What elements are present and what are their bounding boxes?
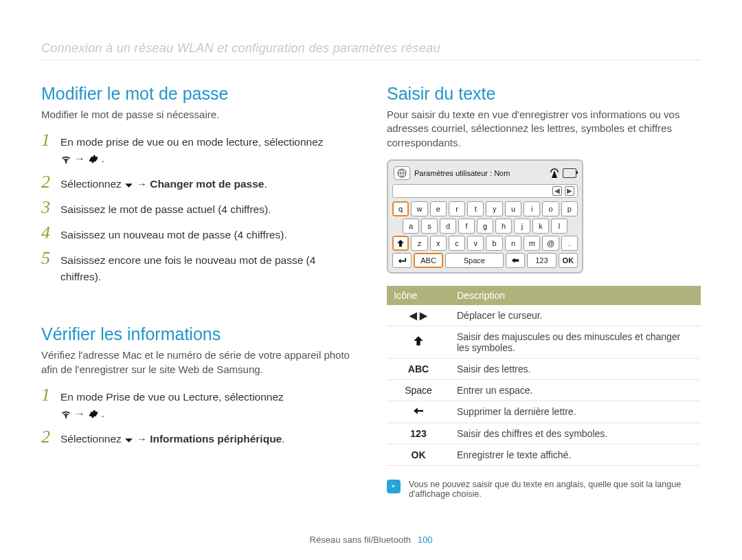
key: t	[467, 201, 484, 216]
space-key: Space	[445, 253, 504, 268]
key: p	[561, 201, 578, 216]
section-lead: Vérifiez l'adresse Mac et le numéro de s…	[41, 348, 355, 377]
note-icon	[387, 480, 401, 493]
note-text: Vous ne pouvez saisir que du texte en an…	[409, 480, 701, 499]
return-key	[392, 253, 412, 268]
backspace-key	[506, 253, 525, 268]
key: g	[477, 219, 493, 234]
key: o	[542, 201, 559, 216]
keyboard-row-2: a s d f g h j k l	[392, 219, 578, 234]
table-desc-cell: Enregistrer le texte affiché.	[450, 444, 701, 465]
table-row: Supprimer la dernière lettre.	[387, 401, 701, 423]
table-icon-cell: 123	[387, 423, 450, 444]
key: k	[532, 219, 549, 234]
right-column: Saisir du texte Pour saisir du texte en …	[387, 84, 701, 499]
step-text: En mode prise de vue ou en mode lecture,…	[60, 131, 324, 167]
signal-icon	[550, 168, 559, 178]
keyboard-row-bottom: ABC Space 123 OK	[392, 253, 578, 268]
globe-icon	[394, 166, 410, 180]
key: z	[411, 236, 427, 251]
table-desc-cell: Saisir des lettres.	[450, 358, 701, 379]
chevron-down-icon	[124, 437, 133, 445]
section-title-verify: Vérifier les informations	[41, 324, 355, 344]
step-text: En mode Prise de vue ou Lecture, sélecti…	[60, 386, 284, 422]
step-text: Saisissez le mot de passe actuel (4 chif…	[60, 199, 271, 218]
table-desc-cell: Supprimer la dernière lettre.	[450, 401, 701, 423]
key: f	[458, 219, 475, 234]
ok-key: OK	[559, 253, 578, 268]
key: @	[542, 236, 559, 251]
left-column: Modifier le mot de passe Modifier le mot…	[41, 84, 355, 499]
table-icon-cell: ◀ ▶	[387, 305, 450, 326]
step-text: Saisissez un nouveau mot de passe (4 chi…	[60, 224, 287, 243]
section-title-password: Modifier le mot de passe	[41, 84, 355, 104]
key: q	[392, 201, 409, 216]
step-text: Sélectionnez → Changer mot de passe.	[60, 173, 267, 192]
wifi-icon	[60, 155, 71, 164]
footer-page-number: 100	[418, 535, 433, 545]
step-number: 5	[41, 249, 58, 267]
wifi-icon	[60, 410, 71, 419]
gear-icon	[88, 409, 98, 419]
svg-rect-3	[65, 416, 67, 418]
step-number: 1	[41, 131, 58, 149]
key: .	[561, 236, 578, 251]
key: n	[505, 236, 521, 251]
key: h	[495, 219, 512, 234]
key: c	[449, 236, 465, 251]
table-icon-cell	[387, 401, 450, 423]
table-icon-cell: Space	[387, 379, 450, 401]
steps-password: 1 En mode prise de vue ou en mode lectur…	[41, 131, 355, 285]
num-key: 123	[527, 253, 556, 268]
table-desc-cell: Entrer un espace.	[450, 379, 701, 401]
key: y	[486, 201, 502, 216]
keyboard-row-1: q w e r t y u i o p	[392, 201, 578, 216]
table-desc-cell: Saisir des majuscules ou des minuscules …	[450, 326, 701, 358]
table-row: Saisir des majuscules ou des minuscules …	[387, 326, 701, 358]
step-text: Saisissez encore une fois le nouveau mot…	[60, 249, 355, 285]
table-header-desc: Description	[450, 286, 701, 305]
key: e	[430, 201, 447, 216]
table-header-icon: Icône	[387, 286, 450, 305]
table-desc-cell: Déplacer le curseur.	[450, 305, 701, 326]
table-row: ABC Saisir des lettres.	[387, 358, 701, 379]
keyboard-input: ◀ ▶	[392, 184, 578, 198]
step-text: Sélectionnez → Informations périphérique…	[60, 428, 285, 447]
onscreen-keyboard: Paramètres utilisateur : Nom ◀ ▶ q w e r…	[387, 159, 583, 273]
table-row: Space Entrer un espace.	[387, 379, 701, 401]
table-row: ◀ ▶ Déplacer le curseur.	[387, 305, 701, 326]
key: l	[551, 219, 567, 234]
key: d	[440, 219, 456, 234]
step-number: 1	[41, 386, 58, 404]
key: m	[524, 236, 540, 251]
section-lead: Pour saisir du texte en vue d'enregistre…	[387, 108, 701, 150]
key: j	[514, 219, 530, 234]
page-footer: Réseau sans fil/Bluetooth 100	[0, 535, 742, 545]
key: x	[430, 236, 447, 251]
step-number: 3	[41, 199, 58, 216]
table-icon-cell	[387, 326, 450, 358]
keyboard-row-3: z x c v b n m @ .	[392, 236, 578, 251]
table-icon-cell: ABC	[387, 358, 450, 379]
battery-icon	[563, 168, 576, 178]
icon-description-table: Icône Description ◀ ▶ Déplacer le curseu…	[387, 286, 701, 466]
key: b	[486, 236, 502, 251]
steps-verify: 1 En mode Prise de vue ou Lecture, sélec…	[41, 386, 355, 447]
chevron-down-icon	[124, 182, 133, 190]
cursor-right-key: ▶	[565, 186, 574, 196]
key: u	[505, 201, 521, 216]
step-number: 2	[41, 173, 58, 191]
footer-section: Réseau sans fil/Bluetooth	[310, 535, 411, 545]
abc-key: ABC	[414, 253, 443, 268]
section-lead: Modifier le mot de passe si nécessaire.	[41, 108, 355, 122]
breadcrumb: Connexion à un réseau WLAN et configurat…	[41, 41, 701, 60]
note: Vous ne pouvez saisir que du texte en an…	[387, 480, 701, 499]
key: w	[411, 201, 427, 216]
table-row: 123 Saisir des chiffres et des symboles.	[387, 423, 701, 444]
table-desc-cell: Saisir des chiffres et des symboles.	[450, 423, 701, 444]
key: s	[421, 219, 438, 234]
step-number: 2	[41, 428, 58, 446]
shift-key	[392, 236, 409, 251]
keyboard-title: Paramètres utilisateur : Nom	[414, 169, 546, 177]
key: r	[449, 201, 465, 216]
